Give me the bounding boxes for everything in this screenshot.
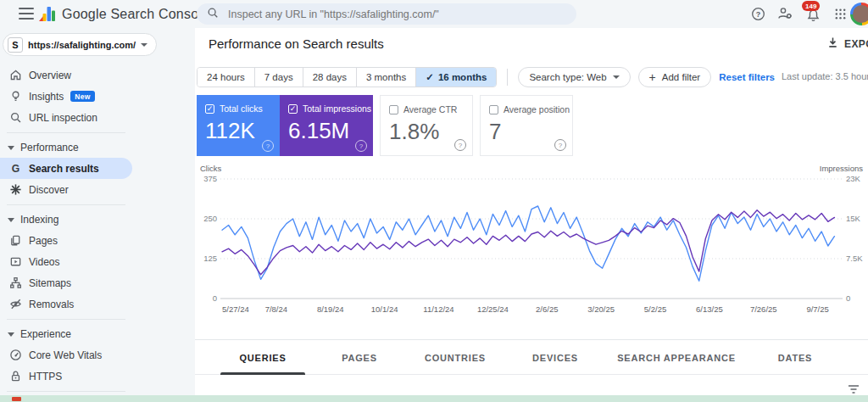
left-tick-label: 375 (203, 174, 217, 183)
search-console-logo-icon (38, 4, 57, 23)
x-tick-label: 3/20/25 (587, 304, 615, 314)
date-range-label: 16 months (438, 72, 487, 82)
sidebar-item-label: Search results (29, 163, 99, 175)
metric-label: Average position (504, 104, 570, 114)
download-icon (827, 36, 838, 51)
sidebar-item-overview[interactable]: Overview (0, 64, 132, 86)
search-type-label: Search type: Web (529, 72, 606, 82)
filter-bar: 24 hours7 days28 days3 months✓16 months … (197, 67, 775, 87)
sidebar-item-discover[interactable]: Discover (0, 179, 132, 200)
sidebar-section-experience[interactable]: Experience (0, 324, 195, 344)
tab-devices[interactable]: DEVICES (505, 342, 605, 374)
help-icon[interactable]: ? (454, 139, 466, 151)
sidebar-item-sitemaps[interactable]: Sitemaps (0, 272, 132, 293)
property-selector[interactable]: S https://safalighting.com/ (3, 33, 157, 56)
sidebar-divider (7, 204, 125, 205)
unchecked-checkbox[interactable] (489, 105, 498, 114)
checked-checkbox[interactable]: ✓ (288, 104, 298, 114)
sidebar-divider (7, 132, 125, 133)
triangle-down-icon (8, 146, 14, 150)
right-tick-label: 0 (846, 293, 850, 303)
lightbulb-icon (8, 90, 22, 103)
add-filter-label: Add filter (662, 72, 700, 82)
sidebar-menu: OverviewInsightsNewURL inspectionPerform… (0, 64, 195, 402)
sidebar-item-label: URL inspection (29, 112, 97, 124)
google-search-console-app: { "topbar": { "product_name": "Google Se… (0, 0, 868, 402)
sidebar-item-search-results[interactable]: GSearch results (0, 158, 132, 179)
sidebar-section-performance[interactable]: Performance (0, 137, 195, 158)
date-range-label: 28 days (313, 72, 347, 82)
help-icon[interactable]: ? (262, 140, 274, 152)
export-label: EXPORT (844, 38, 868, 50)
sidebar-item-https[interactable]: HTTPS (0, 366, 132, 387)
tab-countries[interactable]: COUNTRIES (405, 342, 505, 374)
sidebar-item-label: Core Web Vitals (29, 349, 102, 361)
section-label: Indexing (20, 214, 58, 226)
svg-text:G: G (11, 163, 19, 175)
date-range-label: 24 hours (207, 72, 245, 82)
add-filter-button[interactable]: + Add filter (638, 67, 712, 87)
sidebar-item-pages[interactable]: Pages (0, 230, 132, 251)
sidebar-item-label: Overview (29, 70, 71, 81)
date-range-24-hours[interactable]: 24 hours (198, 68, 254, 87)
sidebar-item-label: Pages (29, 235, 58, 247)
left-tick-label: 0 (213, 293, 217, 303)
left-tick-label: 250 (203, 214, 217, 223)
tab-dates[interactable]: DATES (748, 342, 843, 374)
metric-card-total-impressions[interactable]: ✓Total impressions6.15M? (280, 95, 373, 156)
tab-search-appearance[interactable]: SEARCH APPEARANCE (605, 342, 748, 374)
metric-card-average-ctr[interactable]: Average CTR1.8%? (380, 95, 473, 156)
search-type-dropdown[interactable]: Search type: Web (518, 67, 630, 87)
site-favicon: S (8, 37, 23, 53)
sidebar-item-label: Removals (29, 299, 74, 310)
home-icon (8, 69, 22, 82)
sidebar-item-label: Insights (29, 91, 64, 103)
tab-queries[interactable]: QUERIES (212, 342, 314, 374)
search-icon (8, 111, 22, 125)
checked-checkbox[interactable]: ✓ (205, 104, 214, 114)
hamburger-menu-icon[interactable] (19, 8, 34, 20)
removals-icon (8, 298, 22, 311)
url-inspect-search-bar[interactable] (197, 3, 576, 25)
date-range-label: 7 days (264, 72, 293, 82)
x-tick-label: 8/19/24 (317, 304, 344, 314)
date-range-16-months[interactable]: ✓16 months (415, 68, 496, 87)
sidebar-section-indexing[interactable]: Indexing (0, 209, 195, 230)
last-update-text: Last update: 3.5 hours a (782, 71, 868, 81)
x-tick-label: 7/26/25 (750, 304, 777, 314)
property-url-label: https://safalighting.com/ (28, 40, 136, 50)
help-icon[interactable]: ? (749, 5, 766, 22)
date-range-label: 3 months (366, 72, 406, 82)
date-range-28-days[interactable]: 28 days (303, 68, 356, 87)
sidebar-item-core-web-vitals[interactable]: Core Web Vitals (0, 344, 132, 366)
date-range-7-days[interactable]: 7 days (254, 68, 303, 87)
x-tick-label: 2/6/25 (536, 304, 558, 314)
export-button[interactable]: EXPORT (827, 36, 868, 51)
check-icon: ✓ (426, 71, 434, 83)
right-tick-label: 23K (846, 174, 861, 183)
pages-icon (8, 234, 22, 248)
help-icon[interactable]: ? (355, 140, 367, 152)
url-inspect-input[interactable] (226, 8, 566, 21)
reset-filters-link[interactable]: Reset filters (719, 72, 775, 82)
sidebar-item-label: Videos (29, 256, 59, 268)
x-tick-label: 5/27/24 (222, 304, 249, 314)
performance-chart[interactable]: ClicksImpressions37523K25015K1257.5K005/… (195, 163, 868, 321)
sidebar-item-url-inspection[interactable]: URL inspection (0, 107, 132, 128)
tab-pages[interactable]: PAGES (314, 342, 405, 374)
core-web-vitals-icon (8, 349, 22, 362)
date-range-group: 24 hours7 days28 days3 months✓16 months (197, 67, 497, 87)
avatar[interactable] (850, 3, 868, 25)
metric-card-total-clicks[interactable]: ✓Total clicks112K? (197, 95, 280, 156)
user-settings-icon[interactable] (776, 5, 793, 22)
sidebar-item-removals[interactable]: Removals (0, 293, 132, 315)
bottom-overlay-strip (0, 395, 868, 402)
unchecked-checkbox[interactable] (389, 105, 398, 114)
help-icon[interactable]: ? (554, 139, 566, 151)
left-axis-title: Clicks (200, 164, 222, 173)
sidebar-item-insights[interactable]: InsightsNew (0, 86, 132, 107)
apps-grid-icon[interactable] (832, 5, 849, 22)
sidebar-item-videos[interactable]: Videos (0, 251, 132, 272)
date-range-3-months[interactable]: 3 months (356, 68, 415, 87)
metric-card-average-position[interactable]: Average position7? (480, 95, 573, 156)
